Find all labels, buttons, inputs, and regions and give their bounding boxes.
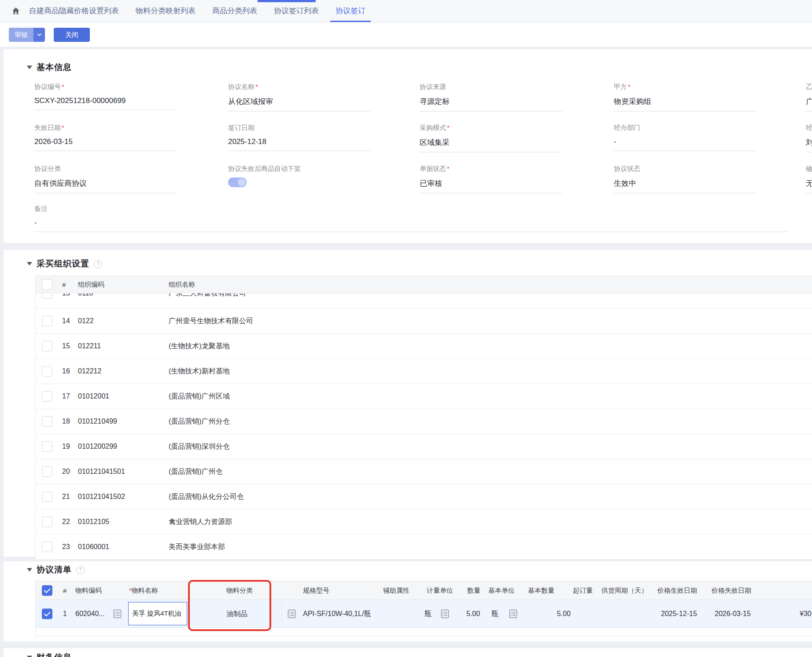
field-agreement-category: 协议分类 自有供应商协议 (34, 165, 177, 193)
close-button[interactable]: 关闭 (54, 28, 90, 42)
item-row: 1 602040... 美孚 旋风4T机油 油制品 (36, 600, 812, 628)
field-label: 经办部门 (614, 124, 640, 131)
org-code: 010121041501 (74, 468, 164, 476)
required-asterisk (627, 83, 631, 90)
item-num: 1 (63, 610, 67, 618)
collapse-arrow-icon[interactable] (27, 66, 32, 69)
section-title-basic-info: 基本信息 (37, 62, 72, 73)
row-checkbox[interactable] (42, 341, 52, 351)
required-asterisk (446, 165, 450, 172)
help-icon[interactable] (94, 260, 102, 268)
column-header-material-code: 物料编码 (75, 586, 102, 594)
org-name: (蛋品营销)从化分公司仓 (164, 492, 812, 502)
field-label: 乙 (806, 83, 812, 90)
column-header-unit: 计量单位 (427, 586, 453, 594)
field-agreement-source: 协议来源 寻源定标 (420, 83, 562, 111)
row-checkbox[interactable] (42, 441, 52, 452)
field-label: 确 (806, 165, 812, 172)
collapse-arrow-icon[interactable] (27, 262, 32, 266)
row-checkbox[interactable] (42, 491, 52, 502)
row-checkbox[interactable] (42, 466, 52, 477)
row-checkbox[interactable] (42, 391, 52, 402)
org-table: # 组织编码 组织名称 13 0118 广东三大鲜畜牧有限公司 14 0122 … (35, 276, 812, 560)
org-code: 0122 (74, 317, 164, 325)
top-loading-bar (258, 0, 316, 2)
tab-agreement-sign-list[interactable]: 协议签订列表 (274, 0, 319, 22)
row-num: 17 (58, 392, 74, 400)
field-value: 寻源定标 (420, 96, 562, 111)
table-row: 13 0118 广东三大鲜畜牧有限公司 (36, 293, 812, 309)
tab-hidden-price-list[interactable]: 自建商品隐藏价格设置列表 (29, 0, 119, 22)
field-handling-dept: 经办部门 - (614, 124, 756, 151)
column-header-base-qty: 基本数量 (528, 586, 554, 594)
org-name: 禽业营销人力资源部 (164, 517, 812, 527)
org-table-header: # 组织编码 组织名称 (36, 276, 812, 293)
unit: 瓶 (424, 609, 432, 618)
material-name-input[interactable]: 美孚 旋风4T机油 (128, 602, 187, 625)
field-auto-offshelf: 协议失效后商品自动下架 (228, 165, 370, 187)
org-code: 0101200299 (74, 443, 164, 450)
table-row: 17 01012001 (蛋品营销)广州区域 (36, 384, 812, 409)
section-title-agreement-items: 协议清单 (37, 564, 72, 576)
field-value: 自有供应商协议 (34, 178, 177, 193)
column-header-price-start: 价格生效日期 (657, 586, 697, 594)
audit-dropdown-button[interactable] (33, 28, 45, 42)
tab-product-category-list[interactable]: 商品分类列表 (212, 0, 257, 22)
select-all-checkbox[interactable] (42, 279, 52, 290)
row-checkbox[interactable] (42, 293, 52, 299)
audit-button[interactable]: 审核 (9, 28, 33, 42)
field-label: 备注 (34, 205, 48, 212)
collapse-arrow-icon[interactable] (27, 568, 32, 572)
field-agreement-no: 协议编号 SCXY-20251218-00000699 (34, 83, 177, 110)
top-nav: 自建商品隐藏价格设置列表 物料分类映射列表 商品分类列表 协议签订列表 协议签订 (0, 0, 812, 22)
org-code: 01012105 (74, 518, 164, 526)
row-num: 22 (58, 518, 74, 526)
field-value: 无 (806, 178, 812, 193)
row-checkbox[interactable] (42, 366, 52, 376)
picker-list-icon[interactable] (441, 609, 449, 618)
section-title-finance: 财务信息 (37, 652, 72, 657)
org-name: (蛋品营销)广州分仓 (164, 417, 812, 426)
row-num: 23 (58, 543, 74, 551)
field-party-b-clipped: 乙 广 (806, 83, 812, 111)
field-sign-date: 签订日期 2025-12-18 (228, 124, 370, 151)
table-footer (36, 628, 812, 636)
field-value: 生效中 (614, 178, 756, 193)
column-header-material-category: 物料分类 (226, 586, 253, 594)
field-label: 甲方 (614, 83, 627, 90)
required-asterisk (446, 124, 450, 131)
column-header-material-name: 物料名称 (128, 586, 158, 594)
row-checkbox[interactable] (42, 416, 52, 427)
org-code: 01060001 (74, 543, 164, 551)
unit-price: ¥30.000000 (800, 610, 812, 618)
field-value: - (614, 137, 756, 151)
row-checkbox[interactable] (42, 542, 52, 552)
picker-list-icon[interactable] (113, 609, 122, 618)
field-agreement-status: 协议状态 生效中 (614, 165, 756, 193)
toolbar: 审核 关闭 (0, 22, 812, 47)
audit-split-button[interactable]: 审核 (9, 28, 45, 42)
row-checkbox[interactable] (42, 517, 52, 527)
material-code: 602040... (75, 610, 105, 618)
tab-material-category-mapping[interactable]: 物料分类映射列表 (136, 0, 196, 22)
picker-list-icon[interactable] (509, 609, 517, 618)
org-code: 012211 (74, 342, 164, 350)
table-row: 23 01060001 美而美事业部本部 (36, 535, 812, 559)
help-icon[interactable] (76, 566, 85, 574)
field-label: 协议状态 (614, 165, 640, 172)
tab-agreement-sign[interactable]: 协议签订 (336, 0, 365, 22)
home-icon[interactable] (11, 7, 20, 15)
column-header-org-name: 组织名称 (164, 281, 812, 289)
field-confirm-clipped: 确 无 (806, 165, 812, 193)
field-value: 从化区域报审 (228, 96, 370, 111)
field-agreement-name: 协议名称 从化区域报审 (228, 83, 370, 111)
row-checkbox[interactable] (42, 316, 52, 326)
auto-offshelf-toggle[interactable] (228, 177, 247, 187)
select-all-checkbox[interactable] (42, 585, 52, 596)
finance-panel: 财务信息 (4, 648, 812, 657)
field-value: - (34, 218, 788, 232)
row-checkbox[interactable] (42, 609, 52, 619)
field-label: 协议名称 (228, 83, 255, 90)
picker-list-icon[interactable] (288, 609, 296, 618)
items-table: # 物料编码 物料名称 物料分类 规格型号 辅助属性 计量单位 数量 基本单位 … (35, 581, 812, 636)
